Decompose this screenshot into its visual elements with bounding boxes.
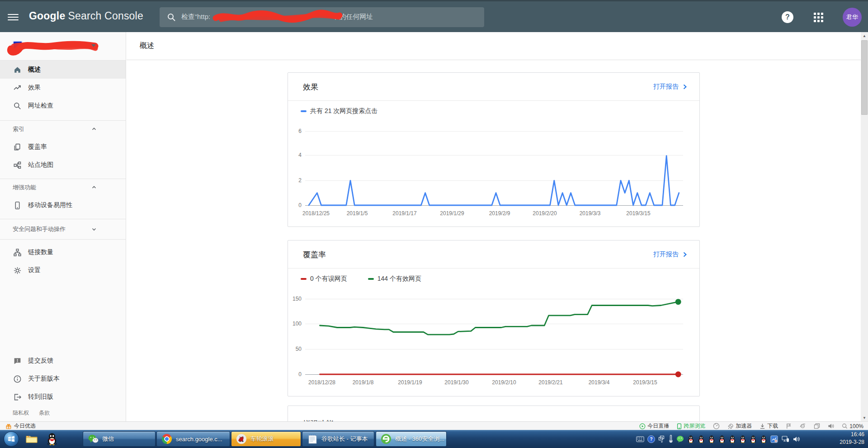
mute-button[interactable]: [828, 423, 834, 429]
sidebar-item-mobile-usability[interactable]: 移动设备易用性: [0, 196, 126, 214]
taskbar-button-360-browser[interactable]: 概述 - 360安全浏...: [376, 431, 447, 447]
scroll-up-arrow[interactable]: ▲: [861, 32, 868, 39]
qq-tray-icon[interactable]: [708, 435, 715, 443]
speed-dial-button[interactable]: [713, 423, 720, 429]
legend-item: 144 个有效网页: [368, 275, 421, 283]
sidebar-item-label: 覆盖率: [28, 143, 47, 151]
scroll-down-arrow[interactable]: ▼: [861, 414, 868, 421]
chart-legend: 共有 21 次网页搜索点击: [301, 107, 377, 115]
chevron-down-icon: [91, 226, 97, 233]
browser-viewport: 概述 效果 网址检查 索引: [0, 32, 868, 421]
sidebar-item-coverage[interactable]: 覆盖率: [0, 138, 126, 156]
x-tick: 2019/3/3: [580, 210, 601, 217]
sidebar-item-about-new-version[interactable]: 关于新版本: [0, 370, 126, 388]
wechat-tray-icon[interactable]: [676, 435, 684, 443]
mobile-icon: [13, 201, 22, 210]
zoom-magnifier-icon: [842, 423, 848, 429]
screenshot-button[interactable]: [814, 423, 820, 429]
vertical-scrollbar[interactable]: ▲ ▼: [861, 32, 868, 421]
sidebar-item-overview[interactable]: 概述: [0, 61, 126, 79]
daily-picks-button[interactable]: 今日优选: [5, 422, 36, 430]
taskbar-button-chrome[interactable]: search.google.c...: [156, 431, 230, 447]
search-icon: [167, 13, 176, 24]
explorer-launcher[interactable]: [25, 433, 38, 445]
restore-windows-icon[interactable]: [658, 435, 665, 443]
search-icon: [13, 101, 22, 110]
ie-mode-button[interactable]: [799, 423, 806, 429]
x-tick: 2019/2/21: [538, 379, 562, 386]
cross-screen-browse-button[interactable]: 跨屏浏览: [677, 422, 705, 430]
help-button[interactable]: ?: [779, 9, 796, 25]
url-inspection-search-input[interactable]: 检查“http:中的任何网址: [160, 7, 484, 27]
gear-icon: [13, 266, 22, 275]
sidebar-item-go-to-old-version[interactable]: 转到旧版: [0, 388, 126, 406]
qq-penguin-icon: [46, 433, 58, 445]
google-apps-button[interactable]: [810, 9, 826, 25]
taskbar-clock[interactable]: 16:46 2019-3-28: [823, 431, 864, 446]
qq-tray-icon[interactable]: [739, 435, 746, 443]
sidebar-item-label: 网址检查: [28, 102, 53, 110]
sidebar-item-settings[interactable]: 设置: [0, 261, 126, 279]
download-button[interactable]: 下载: [760, 422, 778, 430]
terms-link[interactable]: 条款: [39, 409, 50, 417]
x-tick: 2019/3/15: [633, 379, 657, 386]
sidebar-item-sitemaps[interactable]: 站点地图: [0, 156, 126, 174]
gridline-zero: [305, 374, 683, 375]
thermometer-icon[interactable]: [669, 435, 673, 443]
qq-tray-icon[interactable]: [760, 435, 767, 443]
qq-tray-icon[interactable]: [750, 435, 757, 443]
y-tick: 4: [288, 152, 302, 158]
booster-button[interactable]: 加速器: [727, 422, 752, 430]
help-tray-icon[interactable]: ?: [647, 435, 655, 443]
sidebar-item-performance[interactable]: 效果: [0, 79, 126, 97]
privacy-link[interactable]: 隐私权: [13, 409, 29, 417]
clock-date: 2019-3-28: [823, 439, 864, 446]
qq-tray-icon[interactable]: [687, 435, 694, 443]
legend-label: 0 个有误网页: [310, 275, 347, 283]
coverage-line-chart: [288, 241, 700, 397]
taskbar-button-label: 谷歌站长 - 记事本: [321, 435, 368, 443]
qq-tray-icon[interactable]: [698, 435, 705, 443]
taskbar-button-chelungunggun[interactable]: 车轮滚滚: [231, 431, 301, 447]
qq-tray-icon[interactable]: [718, 435, 726, 443]
page-zoom-control[interactable]: 100%: [842, 423, 863, 429]
live-today-button[interactable]: 今日直播: [639, 422, 669, 430]
section-security-manual-actions[interactable]: 安全问题和手动操作: [0, 219, 126, 239]
taskbar-button-notepad[interactable]: 谷歌站长 - 记事本: [302, 431, 374, 447]
taskbar-button-label: 微信: [102, 435, 114, 443]
taskbar-button-wechat[interactable]: 微信: [83, 431, 156, 447]
sidebar-item-links[interactable]: 链接数量: [0, 243, 126, 261]
taskbar-button-label: search.google.c...: [176, 436, 222, 443]
open-report-link[interactable]: 打开报告: [653, 250, 687, 259]
divider: [288, 268, 699, 269]
report-flag-button[interactable]: [786, 423, 792, 429]
qq-launcher[interactable]: [45, 433, 59, 445]
x-tick: 2019/1/29: [440, 210, 464, 217]
rocket-icon: [727, 423, 734, 429]
ie-icon: [799, 423, 806, 429]
sidebar-item-label: 概述: [28, 66, 41, 74]
qq-tray-icon[interactable]: [729, 435, 736, 443]
account-avatar[interactable]: 君华: [843, 8, 862, 27]
gridline: [305, 180, 683, 181]
sidebar-item-label: 关于新版本: [28, 375, 60, 383]
ime-keyboard-icon[interactable]: [636, 436, 644, 442]
sidebar-item-feedback[interactable]: 提交反馈: [0, 352, 126, 370]
start-button[interactable]: [4, 431, 19, 447]
section-enhancements[interactable]: 增强功能: [0, 179, 126, 196]
network-icon[interactable]: [781, 435, 789, 443]
y-tick: 150: [288, 296, 302, 302]
property-selector[interactable]: [0, 36, 126, 60]
app-tray-icon[interactable]: [770, 435, 778, 443]
open-report-link[interactable]: 打开报告: [653, 83, 687, 91]
sidebar-spacer: [0, 279, 126, 352]
gridline: [305, 349, 683, 349]
sidebar-item-url-inspection[interactable]: 网址检查: [0, 97, 126, 115]
divider: [0, 239, 126, 240]
hamburger-menu-icon[interactable]: [8, 12, 19, 21]
section-label: 安全问题和手动操作: [13, 225, 66, 233]
volume-icon[interactable]: [793, 436, 800, 443]
x-tick: 2019/3/4: [589, 379, 610, 386]
section-index[interactable]: 索引: [0, 121, 126, 138]
scrollbar-thumb[interactable]: [861, 40, 868, 115]
